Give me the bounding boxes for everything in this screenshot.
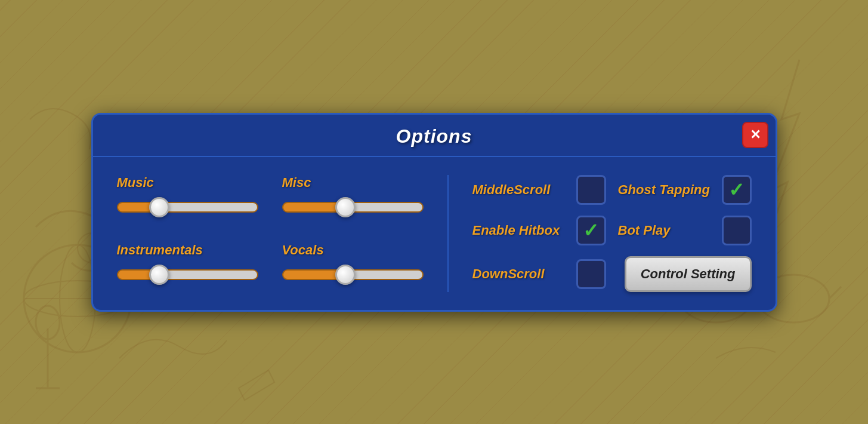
music-slider-thumb[interactable] — [149, 197, 169, 217]
ghost-tapping-option: Ghost Tapping ✓ — [618, 175, 752, 205]
misc-slider-group: Misc — [282, 175, 424, 225]
music-slider-track[interactable] — [117, 202, 258, 213]
close-button[interactable]: ✕ — [742, 122, 768, 148]
instrumentals-slider-thumb[interactable] — [149, 265, 169, 285]
down-scroll-label: DownScroll — [472, 266, 568, 282]
misc-label: Misc — [282, 175, 424, 191]
modal-overlay: Options ✕ Music Misc — [0, 0, 868, 424]
ghost-tapping-label: Ghost Tapping — [618, 182, 713, 198]
down-scroll-checkbox[interactable] — [576, 259, 606, 289]
misc-slider-track-container[interactable] — [282, 196, 424, 218]
modal-header: Options ✕ — [93, 115, 776, 157]
vocals-slider-track[interactable] — [282, 269, 424, 280]
middle-scroll-option: MiddleScroll — [472, 175, 606, 205]
instrumentals-slider-track-container[interactable] — [117, 264, 258, 285]
enable-hitbox-checkbox[interactable]: ✓ — [576, 216, 606, 245]
instrumentals-slider-group: Instrumentals — [117, 242, 258, 292]
music-label: Music — [117, 175, 258, 191]
enable-hitbox-checkmark: ✓ — [583, 221, 599, 240]
misc-slider-thumb[interactable] — [335, 197, 356, 217]
vocals-slider-thumb[interactable] — [335, 265, 356, 285]
options-row-2: Enable Hitbox ✓ Bot Play — [472, 216, 752, 245]
enable-hitbox-option: Enable Hitbox ✓ — [472, 216, 606, 245]
sliders-section: Music Misc Instr — [117, 175, 449, 292]
music-slider-group: Music — [117, 175, 258, 225]
misc-slider-track[interactable] — [282, 202, 424, 213]
vocals-label: Vocals — [282, 242, 424, 258]
options-section: MiddleScroll Ghost Tapping ✓ Enable Hitb… — [449, 175, 752, 292]
vocals-slider-track-container[interactable] — [282, 264, 424, 285]
close-icon: ✕ — [750, 127, 761, 143]
bot-play-label: Bot Play — [618, 223, 713, 238]
vocals-slider-group: Vocals — [282, 242, 424, 292]
modal-title: Options — [396, 125, 472, 147]
middle-scroll-label: MiddleScroll — [472, 182, 568, 198]
ghost-tapping-checkbox[interactable]: ✓ — [722, 175, 752, 205]
options-row-3: DownScroll Control Setting — [472, 256, 752, 292]
bot-play-checkbox[interactable] — [722, 216, 752, 245]
down-scroll-option: DownScroll — [472, 259, 606, 289]
middle-scroll-checkbox[interactable] — [576, 175, 606, 205]
ghost-tapping-checkmark: ✓ — [728, 180, 745, 199]
music-slider-track-container[interactable] — [117, 196, 258, 218]
bot-play-option: Bot Play — [618, 216, 752, 245]
options-row-1: MiddleScroll Ghost Tapping ✓ — [472, 175, 752, 205]
enable-hitbox-label: Enable Hitbox — [472, 223, 568, 238]
options-modal: Options ✕ Music Misc — [91, 113, 777, 312]
instrumentals-slider-track[interactable] — [117, 269, 258, 280]
modal-body: Music Misc Instr — [93, 157, 776, 310]
instrumentals-label: Instrumentals — [117, 242, 258, 258]
control-setting-button[interactable]: Control Setting — [625, 256, 752, 292]
